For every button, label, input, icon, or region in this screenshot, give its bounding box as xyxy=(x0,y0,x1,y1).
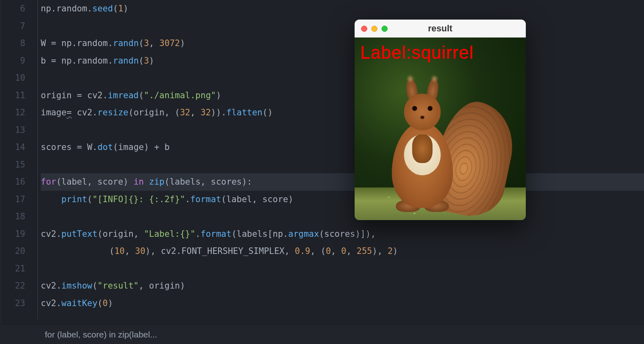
line-number: 20 xyxy=(3,243,25,260)
line-number: 9 xyxy=(3,52,25,70)
code-line[interactable] xyxy=(41,260,644,278)
breadcrumb-bar: for (label, score) in zip(label... xyxy=(0,324,644,344)
result-image: Label:squirrel xyxy=(355,37,526,220)
line-number: 16 xyxy=(3,173,25,191)
squirrel-illustration xyxy=(355,61,502,216)
code-line[interactable]: image= cv2.resize(origin, (32, 32)).flat… xyxy=(41,104,644,121)
code-line[interactable]: cv2.putText(origin, "Label:{}".format(la… xyxy=(41,225,644,243)
line-number: 21 xyxy=(3,260,25,278)
code-line[interactable]: W = np.random.randn(3, 3072) xyxy=(41,35,644,52)
result-window[interactable]: result Label:squirrel xyxy=(355,20,526,220)
code-line[interactable]: print("[INFO]{}: {:.2f}".format(label, s… xyxy=(41,191,644,208)
code-line[interactable]: for(label, score) in zip(labels, scores)… xyxy=(41,173,644,191)
line-number: 18 xyxy=(3,208,25,225)
code-line[interactable]: np.random.seed(1) xyxy=(41,0,644,18)
code-line[interactable] xyxy=(41,156,644,174)
line-number: 19 xyxy=(3,225,25,243)
code-line[interactable]: scores = W.dot(image) + b xyxy=(41,139,644,156)
line-number: 12 xyxy=(3,104,25,121)
line-number: 23 xyxy=(3,295,25,312)
classification-label: Label:squirrel xyxy=(360,42,474,63)
window-titlebar[interactable]: result xyxy=(355,20,526,37)
editor-left-strip xyxy=(0,0,3,344)
breadcrumb-text: for (label, score) in zip(label... xyxy=(45,330,157,340)
code-line[interactable]: origin = cv2.imread("./animal.png") xyxy=(41,87,644,104)
code-line[interactable] xyxy=(41,69,644,87)
code-line[interactable]: (10, 30), cv2.FONT_HERSHEY_SIMPLEX, 0.9,… xyxy=(41,243,644,260)
line-number: 17 xyxy=(3,191,25,208)
line-number: 8 xyxy=(3,35,25,52)
indent-guide xyxy=(37,0,38,320)
code-editor[interactable]: 67891011121314151617181920212223 np.rand… xyxy=(0,0,644,344)
line-number: 10 xyxy=(3,69,25,87)
line-number: 6 xyxy=(3,0,25,18)
line-number-gutter: 67891011121314151617181920212223 xyxy=(3,0,33,344)
code-line[interactable] xyxy=(41,121,644,139)
window-title: result xyxy=(355,23,526,34)
code-line[interactable]: b = np.random.randn(3) xyxy=(41,52,644,70)
code-area[interactable]: np.random.seed(1)W = np.random.randn(3, … xyxy=(33,0,644,344)
line-number: 14 xyxy=(3,139,25,156)
line-number: 15 xyxy=(3,156,25,174)
code-line[interactable]: cv2.imshow("result", origin) xyxy=(41,277,644,295)
code-line[interactable] xyxy=(41,18,644,35)
line-number: 11 xyxy=(3,87,25,104)
code-line[interactable]: cv2.waitKey(0) xyxy=(41,295,644,312)
code-line[interactable] xyxy=(41,208,644,225)
line-number: 22 xyxy=(3,277,25,295)
line-number: 13 xyxy=(3,121,25,139)
line-number: 7 xyxy=(3,18,25,35)
